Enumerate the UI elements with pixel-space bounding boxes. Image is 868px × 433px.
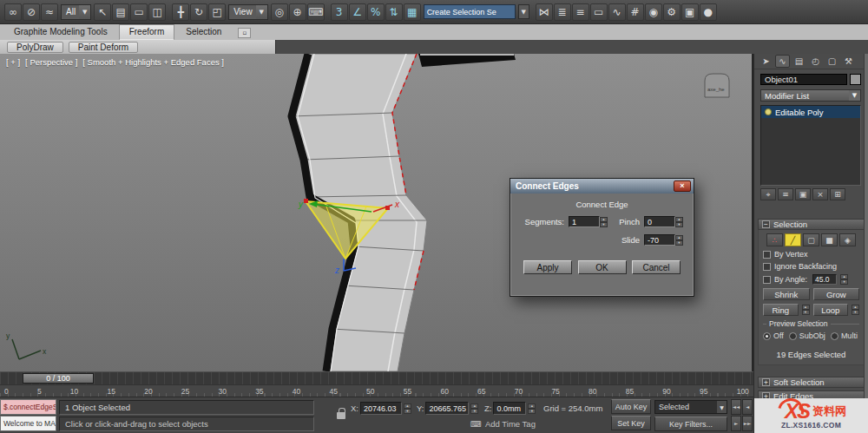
shrink-button[interactable]: Shrink [763,288,810,300]
make-unique-icon[interactable]: ▣ [795,188,811,200]
select-by-name-icon[interactable]: ▤ [112,3,129,21]
tab-freeform[interactable]: Freeform [119,24,175,40]
viewport-menu-pov[interactable]: [ Perspective ] [25,57,77,67]
named-selection-set-field[interactable]: Create Selection Se [424,4,516,19]
y-spinner[interactable]: ▴▾ [470,403,478,414]
render-setup-icon[interactable]: ⚙ [663,3,681,21]
track-bar[interactable]: 0510152025303540455055606570758085909510… [0,384,753,397]
paint-deform-button[interactable]: Paint Deform [69,42,138,53]
ignore-backfacing-checkbox[interactable] [763,263,771,271]
select-object-icon[interactable]: ↖ [94,3,111,21]
preview-multi-radio[interactable]: Multi [831,331,858,340]
next-frame-button[interactable]: ► [731,416,741,431]
z-coordinate-field[interactable]: 0.0mm [493,402,526,415]
snaps-toggle-icon[interactable]: 3 [331,3,348,21]
z-spinner[interactable]: ▴▾ [528,403,536,414]
x-spinner[interactable]: ▴▾ [404,403,411,414]
grow-button[interactable]: Grow [813,288,860,300]
go-to-end-button[interactable]: ►► [742,416,753,431]
angle-spinner[interactable]: ▴▾ [840,274,848,285]
reference-coordinate-dropdown[interactable]: View▼ [228,4,268,20]
use-pivot-center-icon[interactable]: ◎ [271,3,288,21]
create-tab-icon[interactable]: ➤ [759,55,773,68]
pinch-field[interactable]: 0 [644,216,675,227]
modify-tab-icon[interactable]: ∿ [775,55,790,68]
hierarchy-tab-icon[interactable]: ▤ [792,55,806,68]
time-slider-handle[interactable]: 0 / 100 [23,373,94,384]
go-to-start-button[interactable]: ◄◄ [731,399,741,415]
chevron-down-icon[interactable]: ▼ [518,4,529,19]
spinner-snap-icon[interactable]: ⇅ [385,3,403,21]
expand-icon[interactable]: + [762,378,770,386]
set-key-button[interactable]: Set Key [611,416,651,430]
modifier-stack[interactable]: Editable Poly [760,105,861,186]
select-and-move-icon[interactable]: ╋ [172,3,189,21]
by-vertex-checkbox[interactable] [763,251,771,259]
material-editor-icon[interactable]: ◉ [645,3,662,21]
select-and-scale-icon[interactable]: ◰ [208,3,226,21]
slide-field[interactable]: -70 [644,234,675,246]
slide-spinner[interactable]: ▴▾ [675,235,683,246]
ok-button[interactable]: OK [578,260,627,274]
render-production-icon[interactable]: ● [700,3,717,21]
x-coordinate-field[interactable]: 20746.03 [360,402,402,415]
preview-off-radio[interactable]: Off [763,331,784,340]
unlink-selection-icon[interactable]: ⊘ [23,3,40,21]
time-slider-track[interactable]: 0 / 100 [0,371,753,384]
polygon-subobject-icon[interactable]: ■ [821,233,838,246]
display-tab-icon[interactable]: ▢ [825,55,839,68]
show-end-result-icon[interactable]: ≡ [778,188,793,200]
select-and-manipulate-icon[interactable]: ⊕ [289,3,306,21]
motion-tab-icon[interactable]: ◴ [808,55,823,68]
loop-spinner[interactable]: ▴▾ [852,305,859,315]
preview-subobj-radio[interactable]: SubObj [789,331,825,340]
border-subobject-icon[interactable]: ▢ [803,233,819,246]
viewport-menu-general[interactable]: [ + ] [6,57,20,67]
utilities-tab-icon[interactable]: ⚒ [841,55,856,68]
edge-subobject-icon[interactable]: ╱ [785,233,801,246]
collapse-icon[interactable]: − [762,220,770,228]
ribbon-minimize-icon[interactable]: ▫ [238,28,251,38]
stack-item-editable-poly[interactable]: Editable Poly [761,106,860,118]
segments-field[interactable]: 1 [569,216,600,227]
object-color-swatch[interactable] [850,74,861,85]
select-and-rotate-icon[interactable]: ↻ [190,3,207,21]
bind-to-space-warp-icon[interactable]: ≈ [41,3,58,21]
maxscript-mini-listener[interactable]: Welcome to MAX [0,416,56,431]
rectangular-selection-icon[interactable]: ▭ [130,3,148,21]
loop-button[interactable]: Loop [813,304,849,316]
rendered-frame-icon[interactable]: ▣ [681,3,699,21]
close-icon[interactable]: × [674,180,691,192]
dialog-title-bar[interactable]: Connect Edges × [510,179,694,194]
modifier-list-dropdown[interactable]: Modifier List ▼ [760,89,861,102]
object-name-field[interactable]: Object01 [760,74,847,85]
layer-manager-icon[interactable]: ≡ [572,3,589,21]
apply-button[interactable]: Apply [523,260,572,274]
by-angle-checkbox[interactable] [763,276,771,284]
polydraw-button[interactable]: PolyDraw [7,42,63,53]
percent-snap-icon[interactable]: % [367,3,385,21]
angle-value-field[interactable]: 45.0 [812,274,837,285]
ribbon-toggle-icon[interactable]: ▭ [590,3,608,21]
keyboard-override-icon[interactable]: ⌨ [307,3,325,21]
key-filter-set-dropdown[interactable]: Selected ▼ [654,400,727,414]
selection-lock-icon[interactable] [337,408,349,418]
select-and-link-icon[interactable]: ∞ [4,3,22,21]
pinch-spinner[interactable]: ▴▾ [675,217,683,227]
curve-editor-icon[interactable]: ∿ [608,3,626,21]
element-subobject-icon[interactable]: ◈ [839,233,856,246]
remove-modifier-icon[interactable]: × [812,188,828,200]
ring-spinner[interactable]: ▴▾ [802,305,810,315]
segments-spinner[interactable]: ▴▾ [600,217,608,227]
key-filters-button[interactable]: Key Filters... [654,417,727,431]
configure-modifier-sets-icon[interactable]: ⊞ [830,188,845,200]
viewport-menu-shading[interactable]: [ Smooth + Highlights + Edged Faces ] [82,57,224,67]
maxscript-mini-listener-macro[interactable]: $.connectEdgeS [0,399,56,415]
selection-filter-dropdown[interactable]: All▼ [61,4,91,20]
soft-selection-rollout-header[interactable]: + Soft Selection [758,377,865,388]
align-icon[interactable]: ≣ [554,3,571,21]
panel-scrollbar[interactable] [864,54,868,398]
pin-stack-icon[interactable]: ⌖ [760,188,776,200]
mirror-icon[interactable]: ⋈ [536,3,553,21]
window-crossing-icon[interactable]: ◫ [148,3,166,21]
